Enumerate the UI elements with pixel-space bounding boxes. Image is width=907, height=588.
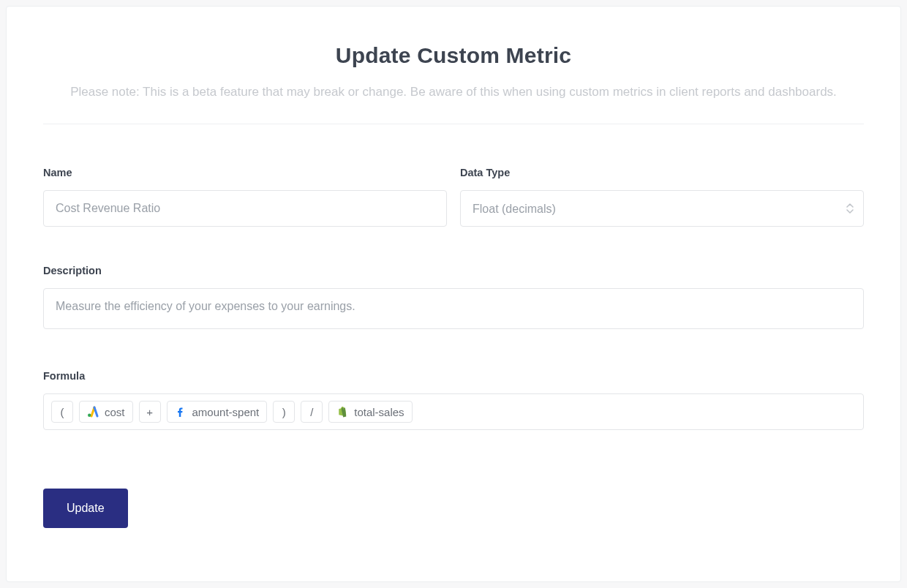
custom-metric-card: Update Custom Metric Please note: This i… [6,6,901,582]
google-ads-icon [87,406,99,418]
description-input[interactable] [43,288,864,329]
formula-metric-token-shopify[interactable]: total-sales [328,401,412,423]
shopify-icon [336,406,348,418]
update-button[interactable]: Update [43,489,128,528]
formula-op-token[interactable]: / [301,401,323,423]
svg-point-0 [88,414,91,417]
divider [43,124,864,124]
name-input[interactable] [43,190,447,227]
formula-metric-token-facebook[interactable]: amount-spent [167,401,268,423]
facebook-icon [175,406,187,418]
formula-op-token[interactable]: ) [273,401,295,423]
beta-subtitle: Please note: This is a beta feature that… [43,83,864,102]
formula-token-text: total-sales [354,406,404,418]
formula-token-text: ) [282,406,286,418]
formula-op-token[interactable]: + [139,401,161,423]
name-label: Name [43,167,447,178]
formula-token-text: cost [105,406,125,418]
formula-metric-token-google-ads[interactable]: cost [79,401,133,423]
formula-token-text: / [310,406,313,418]
data-type-select[interactable]: Float (decimals) [460,190,864,227]
description-label: Description [43,265,864,276]
formula-op-token[interactable]: ( [51,401,73,423]
data-type-label: Data Type [460,167,864,178]
formula-token-text: + [146,406,153,418]
formula-token-text: amount-spent [192,406,260,418]
formula-label: Formula [43,370,864,382]
page-title: Update Custom Metric [43,43,864,68]
formula-input[interactable]: (cost+amount-spent)/total-sales [43,393,864,430]
formula-token-text: ( [61,406,64,418]
